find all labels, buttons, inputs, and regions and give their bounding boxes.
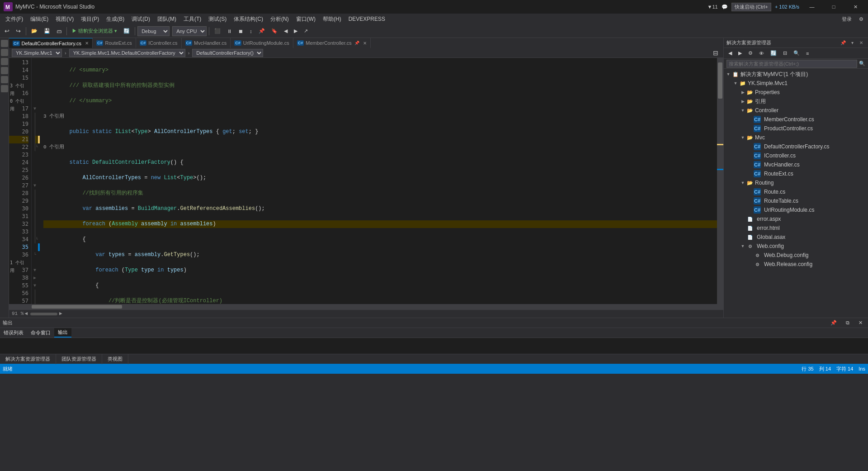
toolbar-btn6[interactable]: ⏸ (224, 26, 235, 37)
toolbar-btn11[interactable]: ◀ (281, 26, 290, 37)
tree-mvc-folder[interactable]: ▼ 📂 Mvc (724, 133, 868, 142)
tree-routetable[interactable]: C# RouteTable.cs (724, 196, 868, 205)
menu-arch[interactable]: 体系结构(C) (230, 14, 267, 24)
save-button[interactable]: 💾 (41, 26, 53, 37)
menu-analyze[interactable]: 分析(N) (267, 14, 292, 24)
sidebar-icon-4[interactable] (1, 67, 8, 74)
namespace-dropdown[interactable]: YK.Simple.Mvc1.Mvc.DefaultControllerFact… (69, 49, 185, 57)
open-file-button[interactable]: 📂 (28, 26, 40, 37)
tree-references[interactable]: ▶ 📂 引用 (724, 97, 868, 106)
close-button[interactable]: ✕ (846, 0, 864, 13)
tree-routing-folder[interactable]: ▼ 📂 Routing (724, 178, 868, 187)
tree-mvchandler[interactable]: C# MvcHandler.cs (724, 160, 868, 169)
output-tab-command[interactable]: 命令窗口 (27, 328, 54, 337)
tab-mvchandler[interactable]: C# MvcHandler.cs (182, 38, 231, 48)
bottom-tab-team[interactable]: 团队资源管理器 (56, 354, 102, 364)
debug-mode-dropdown[interactable]: Debug Release (137, 26, 170, 36)
refresh-button[interactable]: 🔄 (121, 26, 132, 37)
menu-tools[interactable]: 工具(T) (180, 14, 205, 24)
se-btn-refresh[interactable]: 🔄 (768, 48, 779, 59)
tree-properties[interactable]: ▶ 📂 Properties (724, 88, 868, 97)
tree-route[interactable]: C# Route.cs (724, 187, 868, 196)
se-action-dropdown[interactable]: ▾ (848, 39, 856, 47)
se-action-pin[interactable]: 📌 (839, 39, 847, 47)
scroll-thumb[interactable] (718, 62, 722, 99)
se-search-input[interactable] (726, 60, 857, 68)
toolbar-btn5[interactable]: ⬛ (212, 26, 223, 37)
output-float-button[interactable]: ⧉ (843, 318, 852, 328)
menu-debug[interactable]: 调试(D) (128, 14, 154, 24)
zoom-scrollbar[interactable] (30, 313, 57, 315)
code-content[interactable]: // <summary> /// 获取搭建项目中所有的控制器类型实例 // </… (40, 58, 717, 304)
tree-membercontroller[interactable]: C# MemberController.cs (724, 115, 868, 124)
tree-errorhtml[interactable]: 📄 error.html (724, 224, 868, 233)
menu-team[interactable]: 团队(M) (154, 14, 180, 24)
tab-pin-6[interactable]: 📌 (354, 41, 359, 45)
se-btn-forward[interactable]: ▶ (736, 48, 745, 59)
minimize-button[interactable]: — (803, 0, 821, 13)
zoom-increase[interactable]: ▶ (59, 310, 62, 318)
tree-webdebugconfig[interactable]: ⚙ Web.Debug.config (724, 251, 868, 260)
menu-build[interactable]: 生成(B) (103, 14, 128, 24)
redo-button[interactable]: ↪ (13, 26, 24, 37)
tree-erroraspx[interactable]: 📄 error.aspx (724, 214, 868, 224)
tab-urlroutingmodule[interactable]: C# UrlRoutingModule.cs (231, 38, 293, 48)
toolbar-btn9[interactable]: 📌 (256, 26, 268, 37)
tab-defaultcontrollerfactory[interactable]: C# DefaultControllerFactory.cs ✕ (9, 38, 93, 48)
menu-project[interactable]: 项目(P) (77, 14, 103, 24)
toolbar-btn10[interactable]: 🔖 (269, 26, 280, 37)
tree-controller-folder[interactable]: ▼ 📂 Controller (724, 106, 868, 115)
platform-dropdown[interactable]: Any CPU x86 x64 (172, 26, 207, 36)
se-btn-filter[interactable]: 🔍 (791, 48, 802, 59)
se-btn-collapse[interactable]: ⊟ (780, 48, 790, 59)
menu-view[interactable]: 视图(V) (52, 14, 77, 24)
tree-defaultcontrollerfactory[interactable]: C# DefaultControllerFactory.cs (724, 142, 868, 151)
tree-urlroutingmodule[interactable]: C# UrlRoutingModule.cs (724, 205, 868, 214)
h-scroll-thumb[interactable] (32, 305, 122, 309)
menu-devexpress[interactable]: DEVEXPRESS (345, 15, 389, 23)
tab-icontroller[interactable]: C# IController.cs (136, 38, 182, 48)
quick-launch[interactable]: 快速启动 (Ctrl+ (731, 3, 771, 11)
zoom-decrease[interactable]: ◀ (24, 310, 28, 318)
tree-globalasax[interactable]: 📄 Global.asax (724, 233, 868, 242)
code-editor[interactable]: 13 14 15 3 个引用 16 0 个引用 17 18 19 20 21 2… (9, 58, 723, 318)
zoom-level[interactable]: 91 % (12, 310, 24, 318)
se-btn-back[interactable]: ◀ (726, 48, 735, 59)
sidebar-icon-1[interactable] (1, 40, 8, 47)
collapse-all-button[interactable]: ⊟ (711, 48, 721, 58)
tree-project[interactable]: ▼ 📁 YK.Simple.Mvc1 (724, 79, 868, 88)
editor-scrollbar[interactable] (717, 58, 723, 304)
toolbar-btn12[interactable]: ▶ (291, 26, 300, 37)
start-debug-button[interactable]: ▶ 猎豹安全浏览器 ▾ (69, 26, 120, 37)
tree-productcontroller[interactable]: C# ProductController.cs (724, 124, 868, 133)
se-btn-settings[interactable]: ≡ (803, 48, 811, 59)
output-close-button[interactable]: ✕ (856, 318, 865, 328)
bottom-tab-solution[interactable]: 解决方案资源管理器 (0, 354, 56, 364)
tree-routeext[interactable]: C# RouteExt.cs (724, 169, 868, 178)
save-all-button[interactable]: 🗃 (54, 26, 64, 37)
se-action-close[interactable]: ✕ (857, 39, 865, 47)
menu-window[interactable]: 窗口(W) (292, 14, 319, 24)
se-btn-show-all[interactable]: 👁 (756, 48, 767, 59)
toolbar-btn8[interactable]: ↕ (247, 26, 255, 37)
tab-close-1[interactable]: ✕ (85, 41, 89, 46)
tree-webconfig[interactable]: ▼ ⚙ Web.config (724, 242, 868, 251)
settings-icon[interactable]: ⚙ (856, 15, 866, 23)
sidebar-icon-3[interactable] (1, 58, 8, 65)
toolbar-btn7[interactable]: ⏹ (236, 26, 246, 37)
menu-file[interactable]: 文件(F) (2, 14, 27, 24)
tab-routeext[interactable]: C# RouteExt.cs (93, 38, 136, 48)
login-button[interactable]: 登录 (837, 15, 856, 24)
toolbar-btn13[interactable]: ↗ (301, 26, 311, 37)
sidebar-icon-5[interactable] (1, 76, 8, 83)
tree-webreleaseconfig[interactable]: ⚙ Web.Release.config (724, 260, 868, 269)
menu-edit[interactable]: 编辑(E) (27, 14, 52, 24)
output-pin-button[interactable]: 📌 (828, 318, 840, 328)
menu-help[interactable]: 帮助(H) (319, 14, 345, 24)
member-dropdown[interactable]: DefaultControllerFactory() (192, 49, 263, 57)
project-dropdown[interactable]: YK.Simple.Mvc1 (12, 49, 62, 57)
undo-button[interactable]: ↩ (2, 26, 12, 37)
output-tab-output[interactable]: 输出 (54, 328, 71, 338)
tree-icontroller[interactable]: C# IController.cs (724, 151, 868, 160)
maximize-button[interactable]: □ (825, 0, 843, 13)
